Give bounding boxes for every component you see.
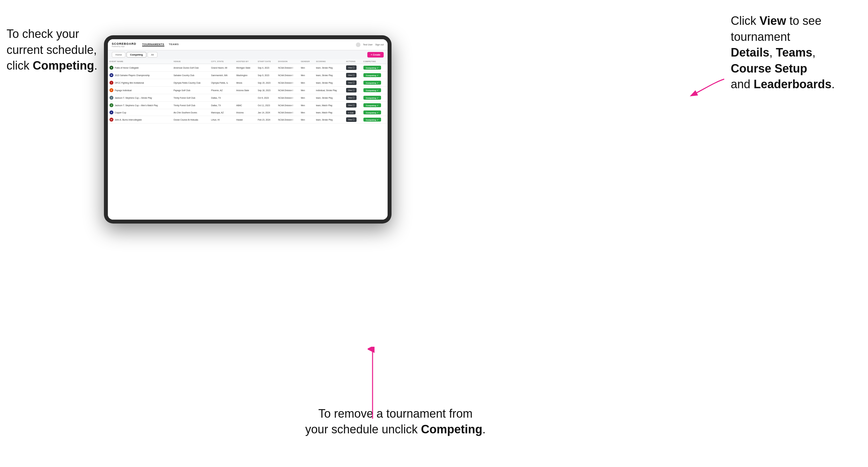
action-cell[interactable]: View ⓘ — [344, 94, 362, 102]
city-cell: Phoenix, AZ — [210, 87, 235, 94]
action-cell[interactable]: View ⓘ — [344, 102, 362, 109]
competing-button[interactable]: Competing ✓ — [364, 103, 381, 107]
competing-cell[interactable]: Competing ✓ — [362, 71, 388, 79]
city-cell: Olympia Fields, IL — [210, 79, 235, 87]
division-cell: NCAA Division I — [277, 102, 299, 109]
action-cell[interactable]: View ⓘ — [344, 87, 362, 94]
filter-bar: Home Competing All + Create — [108, 50, 388, 59]
user-name: Test User — [363, 43, 373, 46]
brand-powered: Powered by clippi — [112, 45, 136, 48]
competing-button[interactable]: Competing ✓ — [364, 118, 381, 122]
competing-button[interactable]: Competing ✓ — [364, 66, 381, 70]
action-cell[interactable]: View ⓘ — [344, 116, 362, 124]
tab-competing[interactable]: Competing — [126, 52, 147, 58]
hosted-by-cell: Hawaii — [235, 116, 256, 124]
table-row: H John A. Burns Intercollegiate Ocean Co… — [108, 116, 388, 124]
competing-button[interactable]: Competing ✓ — [364, 96, 381, 100]
venue-cell: Ak-Chin Southern Dunes — [172, 109, 210, 116]
scoring-cell: team, Stroke Play — [314, 116, 344, 124]
view-button[interactable]: View ⓘ — [346, 103, 357, 107]
table-row: I OFCC Fighting Illini Invitational Olym… — [108, 79, 388, 87]
user-icon — [356, 42, 361, 47]
team-logo: P — [110, 88, 114, 92]
event-name: Jackson T. Stephens Cup – Men's Match Pl… — [115, 104, 158, 106]
brand-name: SCOREBOARD — [112, 42, 136, 45]
division-cell: NCAA Division I — [277, 109, 299, 116]
navbar: SCOREBOARD Powered by clippi TOURNAMENTS… — [108, 39, 388, 50]
city-cell: Maricopa, AZ — [210, 109, 235, 116]
col-event-name: EVENT NAME — [108, 59, 172, 64]
create-button[interactable]: + Create — [367, 52, 384, 58]
start-date-cell: Sep 9, 2023 — [256, 71, 277, 79]
hosted-by-cell: Washington — [235, 71, 256, 79]
tab-home[interactable]: Home — [112, 52, 125, 58]
col-actions: ACTIONS — [344, 59, 362, 64]
venue-cell: American Dunes Golf Club — [172, 64, 210, 71]
competing-button[interactable]: Competing ✓ — [364, 73, 381, 77]
city-cell: Sammamish, WA — [210, 71, 235, 79]
competing-button[interactable]: Competing ✓ — [364, 88, 381, 92]
competing-cell[interactable]: Competing ✓ — [362, 109, 388, 116]
view-button[interactable]: View ⓘ — [346, 81, 357, 85]
filter-tabs: Home Competing All — [112, 52, 157, 58]
competing-cell[interactable]: Competing ✓ — [362, 116, 388, 124]
gender-cell: Men — [299, 64, 314, 71]
edit-button[interactable]: ✏ Edit — [346, 111, 355, 114]
col-venue: VENUE — [172, 59, 210, 64]
competing-cell[interactable]: Competing ✓ — [362, 102, 388, 109]
team-logo: S — [110, 66, 114, 70]
nav-teams[interactable]: TEAMS — [169, 43, 179, 46]
competing-cell[interactable]: Competing ✓ — [362, 79, 388, 87]
scoring-cell: team, Stroke Play — [314, 64, 344, 71]
tab-all[interactable]: All — [147, 52, 157, 58]
competing-cell[interactable]: Competing ✓ — [362, 64, 388, 71]
table-row: J Jackson T. Stephens Cup – Stroke Play … — [108, 94, 388, 102]
tournaments-table: EVENT NAME VENUE CITY, STATE HOSTED BY S… — [108, 59, 388, 124]
col-gender: GENDER — [299, 59, 314, 64]
table-row: W 2023 Sahalee Players Championship Saha… — [108, 71, 388, 79]
city-cell: Dallas, TX — [210, 102, 235, 109]
venue-cell: Ocean Course At Hokuala — [172, 116, 210, 124]
division-cell: NCAA Division I — [277, 79, 299, 87]
action-cell[interactable]: View ⓘ — [344, 71, 362, 79]
action-cell[interactable]: View ⓘ — [344, 64, 362, 71]
tournaments-table-container: EVENT NAME VENUE CITY, STATE HOSTED BY S… — [108, 59, 388, 220]
division-cell: NCAA Division I — [277, 94, 299, 102]
venue-cell: Trinity Forest Golf Club — [172, 102, 210, 109]
event-name-cell: W 2023 Sahalee Players Championship — [108, 71, 172, 79]
view-button[interactable]: View ⓘ — [346, 73, 357, 77]
view-button[interactable]: View ⓘ — [346, 95, 357, 100]
action-cell[interactable]: ✏ Edit — [344, 109, 362, 116]
start-date-cell: Oct 9, 2023 — [256, 94, 277, 102]
col-division: DIVISION — [277, 59, 299, 64]
view-button[interactable]: View ⓘ — [346, 65, 357, 70]
action-cell[interactable]: View ⓘ — [344, 79, 362, 87]
event-name: Copper Cup — [115, 112, 126, 114]
competing-cell[interactable]: Competing ✓ — [362, 87, 388, 94]
hosted-by-cell — [235, 94, 256, 102]
sign-out-link[interactable]: Sign out — [375, 43, 384, 46]
nav-tournaments[interactable]: TOURNAMENTS — [142, 43, 164, 46]
city-cell: Grand Haven, MI — [210, 64, 235, 71]
hosted-by-cell: Michigan State — [235, 64, 256, 71]
competing-button[interactable]: Competing ✓ — [364, 81, 381, 85]
hosted-by-cell: Illinois — [235, 79, 256, 87]
nav-right: Test User Sign out — [356, 42, 384, 47]
view-button[interactable]: View ⓘ — [346, 88, 357, 92]
start-date-cell: Feb 15, 2024 — [256, 116, 277, 124]
gender-cell: Men — [299, 79, 314, 87]
team-logo: I — [110, 81, 114, 85]
team-logo: J — [110, 103, 114, 107]
gender-cell: Men — [299, 109, 314, 116]
competing-cell[interactable]: Competing ✓ — [362, 94, 388, 102]
view-button[interactable]: View ⓘ — [346, 117, 357, 122]
division-cell: NCAA Division I — [277, 87, 299, 94]
start-date-cell: Sep 15, 2023 — [256, 79, 277, 87]
city-cell: Lihue, HI — [210, 116, 235, 124]
gender-cell: Men — [299, 87, 314, 94]
start-date-cell: Sep 18, 2023 — [256, 87, 277, 94]
competing-button[interactable]: Competing ✓ — [364, 111, 381, 114]
table-row: P Papago Individual Papago Golf ClubPhoe… — [108, 87, 388, 94]
annotation-bottom: To remove a tournament from your schedul… — [284, 406, 506, 438]
start-date-cell: Oct 11, 2023 — [256, 102, 277, 109]
